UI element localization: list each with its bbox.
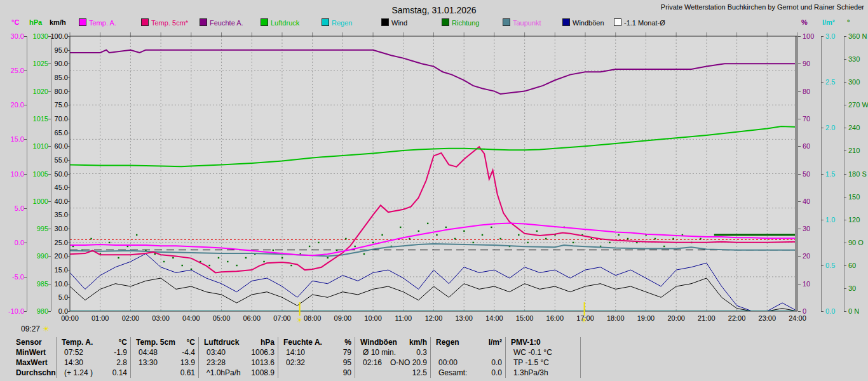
x-tick-label: 00:00 bbox=[56, 314, 84, 322]
axis-tick-label: 15.0 bbox=[43, 267, 68, 274]
x-tick-label: 18:00 bbox=[602, 314, 630, 322]
axis-tick-label: 70.0 bbox=[43, 116, 68, 123]
axis-tick-label: 15.0 bbox=[0, 136, 24, 143]
stats-cell-pmv-1-0-header: PMV-1:0 bbox=[505, 337, 580, 347]
axis-tick-label: 95.0 bbox=[43, 47, 68, 54]
axis-tick-mark bbox=[844, 174, 846, 175]
stats-cell-pmv-1-0-max: TP -1.5 °C bbox=[505, 358, 580, 368]
stats-value: -4.4 bbox=[182, 347, 195, 358]
axis-tick-label: 85.0 bbox=[43, 74, 68, 81]
legend-label: Temp. A. bbox=[89, 19, 116, 27]
x-tick-label: 15:00 bbox=[511, 314, 539, 322]
axis-tick-mark bbox=[67, 174, 70, 175]
axis-tick-label: 20.0 bbox=[0, 102, 24, 109]
axis-tick-mark bbox=[844, 311, 846, 312]
axis-tick-mark bbox=[67, 201, 70, 202]
stats-text: 23:28 bbox=[204, 358, 226, 368]
axis-tick-mark bbox=[798, 146, 801, 147]
axis-tick-label: 30 bbox=[803, 225, 829, 232]
x-tick-label: 14:00 bbox=[480, 314, 508, 322]
legend-label: Wind bbox=[391, 19, 407, 27]
x-tick-label: 23:00 bbox=[753, 314, 781, 322]
axis-tick-mark bbox=[798, 36, 801, 37]
stats-row-label: Sensor bbox=[0, 337, 56, 347]
x-tick-label: 09:00 bbox=[329, 314, 356, 322]
axis-unit-label: l/m² bbox=[822, 18, 835, 26]
legend-item-feuchte-a-: Feuchte A. bbox=[200, 18, 243, 27]
axis-tick-mark bbox=[798, 91, 801, 92]
x-tick-label: 12:00 bbox=[420, 314, 448, 322]
axis-tick-mark bbox=[821, 174, 824, 175]
axis-tick-mark bbox=[24, 277, 27, 277]
axis-tick-mark bbox=[67, 36, 70, 37]
sun-icon: ☀ bbox=[43, 324, 50, 333]
legend-label: Regen bbox=[332, 19, 352, 27]
axis-tick-mark bbox=[844, 265, 846, 266]
axis-tick-mark bbox=[821, 220, 824, 220]
axis-tick-label: 60 bbox=[803, 143, 829, 150]
stats-value: 12.5 bbox=[412, 368, 427, 378]
stats-value: % bbox=[344, 337, 351, 347]
stats-text: WC -0.1 °C bbox=[511, 347, 552, 358]
axis-tick-label: 70 bbox=[803, 116, 829, 123]
weather-chart-plot bbox=[0, 0, 868, 381]
axis-tick-mark bbox=[798, 311, 801, 312]
daylight-duration: 09:27☀ bbox=[21, 324, 50, 333]
x-tick-label: 07:00 bbox=[268, 314, 296, 322]
legend-label: Luftdruck bbox=[271, 19, 299, 27]
stats-value: l/m² bbox=[489, 337, 502, 347]
axis-tick-mark bbox=[821, 128, 824, 128]
axis-unit-label: km/h bbox=[50, 18, 66, 26]
stats-row-label: MaxWert bbox=[0, 358, 56, 368]
stats-cell-windb-en-avg: 12.5 bbox=[355, 368, 430, 378]
axis-tick-mark bbox=[844, 128, 846, 128]
legend-item-windb-en: Windböen bbox=[562, 18, 604, 27]
legend-swatch-icon bbox=[562, 18, 570, 26]
stats-text: 03:40 bbox=[204, 347, 226, 358]
axis-tick-mark bbox=[67, 270, 70, 271]
legend-label: Feuchte A. bbox=[210, 19, 243, 27]
axis-tick-label: 10.0 bbox=[0, 171, 24, 178]
daylight-duration-value: 09:27 bbox=[21, 324, 40, 333]
axis-tick-label: 240 bbox=[848, 124, 868, 131]
stats-text: Feuchte A. bbox=[283, 337, 322, 347]
axis-tick-label: 55.0 bbox=[43, 157, 68, 164]
x-tick-label: 19:00 bbox=[632, 314, 660, 322]
axis-tick-mark bbox=[67, 91, 70, 92]
axis-tick-label: 50.0 bbox=[43, 171, 68, 178]
stats-value: -1.9 bbox=[114, 347, 127, 358]
stats-cell-luftdruck-min: 03:401006.3 bbox=[198, 347, 278, 358]
stats-text bbox=[436, 347, 438, 358]
stats-cell-temp-a--min: 07:52-1.9 bbox=[56, 347, 130, 358]
axis-tick-label: 90 O bbox=[848, 239, 868, 246]
x-tick-label: 02:00 bbox=[116, 314, 144, 322]
stats-text: Temp. 5cm bbox=[136, 337, 175, 347]
stats-text: 02:32 bbox=[283, 358, 305, 368]
stats-cell-pmv-1-0-avg: 1.3hPa/3h bbox=[505, 368, 580, 378]
axis-tick-label: 40 bbox=[803, 198, 829, 205]
stats-text: 13:30 bbox=[136, 358, 158, 368]
legend-item-temp-5cm-: Temp. 5cm* bbox=[141, 18, 188, 27]
axis-tick-mark bbox=[821, 311, 824, 312]
stats-value: 13.9 bbox=[180, 358, 195, 368]
axis-tick-label: 10.0 bbox=[43, 281, 68, 288]
legend-swatch-icon bbox=[79, 18, 86, 26]
axis-tick-mark bbox=[844, 220, 846, 220]
axis-tick-mark bbox=[821, 82, 824, 83]
stats-cell-temp-5cm-header: Temp. 5cm°C bbox=[130, 337, 198, 347]
stats-text: 07:52 bbox=[62, 347, 83, 358]
stats-table-end-divider bbox=[580, 337, 581, 347]
stats-text: Windböen bbox=[360, 337, 397, 347]
x-tick-label: 06:00 bbox=[238, 314, 266, 322]
x-tick-label: 01:00 bbox=[86, 314, 114, 322]
stats-cell-regen-header: Regenl/m² bbox=[430, 337, 505, 347]
stats-cell-regen-max: 00:000.0 bbox=[430, 358, 505, 368]
stats-cell-windb-en-header: Windböenkm/h bbox=[355, 337, 430, 347]
stats-text: 14:10 bbox=[283, 347, 305, 358]
axis-tick-mark bbox=[24, 105, 27, 105]
stats-value: 1008.9 bbox=[251, 368, 275, 378]
legend-swatch-icon bbox=[381, 18, 389, 26]
legend-swatch-icon bbox=[442, 18, 449, 26]
axis-tick-label: 65.0 bbox=[43, 130, 68, 137]
axis-tick-label: 120 bbox=[848, 217, 868, 224]
